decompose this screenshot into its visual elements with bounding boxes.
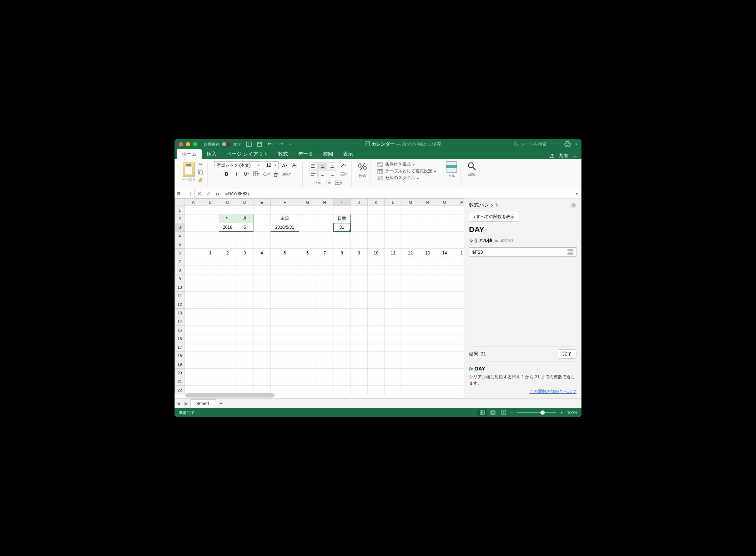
- page-break-view-icon[interactable]: [499, 409, 508, 416]
- cell-styles-button[interactable]: セルのスタイル▸: [377, 175, 419, 181]
- copy-icon[interactable]: [197, 169, 204, 175]
- seq-3[interactable]: 3: [236, 249, 253, 257]
- zoom-window-button[interactable]: [193, 142, 197, 146]
- row-20[interactable]: 20: [175, 369, 185, 377]
- orientation-icon[interactable]: ⤢▾: [339, 161, 348, 169]
- seq-12[interactable]: 12: [402, 249, 419, 257]
- show-all-functions-button[interactable]: ‹ すべての関数を表示: [469, 212, 519, 222]
- row-19[interactable]: 19: [175, 360, 185, 369]
- accept-formula-icon[interactable]: ✓: [204, 189, 213, 198]
- seq-2[interactable]: 2: [219, 249, 236, 257]
- col-C[interactable]: C: [219, 199, 236, 206]
- cell-year-value[interactable]: 2018: [219, 223, 236, 232]
- arg-input[interactable]: $F$3: [469, 247, 576, 257]
- row-4[interactable]: 4: [175, 232, 185, 240]
- col-B[interactable]: B: [202, 199, 219, 206]
- search-box[interactable]: シートを検索: [514, 141, 560, 147]
- undo-icon[interactable]: [267, 141, 273, 147]
- col-L[interactable]: L: [385, 199, 402, 206]
- align-tc-icon[interactable]: [318, 162, 327, 170]
- col-G[interactable]: G: [299, 199, 316, 206]
- cut-icon[interactable]: ✂: [197, 161, 204, 167]
- normal-view-icon[interactable]: [478, 409, 487, 416]
- col-P[interactable]: P: [453, 199, 464, 206]
- feedback-icon[interactable]: [564, 141, 571, 148]
- expand-formula-bar-icon[interactable]: ▼: [572, 189, 581, 198]
- phonetic-button[interactable]: abc▾: [282, 170, 291, 178]
- cell-days-label[interactable]: 日数: [333, 214, 351, 223]
- row-13[interactable]: 13: [175, 309, 185, 317]
- tab-page-layout[interactable]: ページ レイアウト: [222, 149, 273, 159]
- cell-lastday-label[interactable]: 末日: [271, 214, 299, 223]
- font-size-select[interactable]: 12▾: [264, 161, 279, 169]
- fx-icon[interactable]: fx: [213, 189, 222, 198]
- format-as-table-button[interactable]: テーブルとして書式設定▸: [377, 168, 436, 174]
- row-21[interactable]: 21: [175, 377, 185, 386]
- italic-button[interactable]: I: [232, 170, 241, 178]
- row-8[interactable]: 8: [175, 266, 185, 274]
- font-color-button[interactable]: A▾: [272, 170, 281, 178]
- col-M[interactable]: M: [402, 199, 419, 206]
- col-E[interactable]: E: [253, 199, 271, 206]
- row-10[interactable]: 10: [175, 283, 185, 292]
- cell-days-value[interactable]: 31: [333, 223, 351, 232]
- underline-button[interactable]: U▾: [242, 170, 251, 178]
- save-icon[interactable]: [257, 141, 262, 147]
- cell-lastday-value[interactable]: 2018/5/31: [271, 223, 299, 232]
- name-box[interactable]: I3▲▼: [175, 189, 195, 198]
- font-name-select[interactable]: 游ゴシック (本文)▾: [214, 161, 262, 169]
- indent-increase-icon[interactable]: [324, 179, 333, 187]
- formula-input[interactable]: =DAY($F$3): [222, 191, 572, 196]
- format-painter-icon[interactable]: [197, 177, 204, 183]
- tab-view[interactable]: 表示: [338, 149, 358, 159]
- borders-button[interactable]: ▾: [252, 170, 261, 178]
- row-1[interactable]: 1: [175, 206, 185, 214]
- wrap-text-icon[interactable]: ▾: [339, 170, 348, 178]
- seq-6[interactable]: 6: [299, 249, 316, 257]
- zoom-slider[interactable]: [517, 412, 556, 413]
- row-3[interactable]: 3: [175, 223, 185, 232]
- insert-cells-icon[interactable]: [447, 161, 457, 173]
- row-22[interactable]: 22: [175, 386, 185, 394]
- palette-close-icon[interactable]: ✕: [571, 202, 576, 208]
- tab-formulas[interactable]: 数式: [273, 149, 293, 159]
- align-mr-icon[interactable]: [328, 170, 336, 177]
- paste-button[interactable]: [183, 162, 195, 177]
- row-16[interactable]: 16: [175, 334, 185, 343]
- align-ml-icon[interactable]: [309, 170, 318, 177]
- col-H[interactable]: H: [316, 199, 333, 206]
- col-D[interactable]: D: [236, 199, 253, 206]
- share-icon[interactable]: [550, 153, 555, 158]
- decrease-font-icon[interactable]: A▾: [290, 161, 299, 169]
- align-tr-icon[interactable]: [328, 162, 336, 170]
- number-format-icon[interactable]: %: [358, 161, 367, 173]
- done-button[interactable]: 完了: [558, 349, 576, 359]
- seq-15[interactable]: 1: [453, 249, 464, 257]
- seq-1[interactable]: 1: [202, 249, 219, 257]
- row-9[interactable]: 9: [175, 274, 185, 283]
- next-sheet-icon[interactable]: ▶: [182, 401, 190, 406]
- cell-year-label[interactable]: 年: [219, 214, 236, 223]
- minimize-window-button[interactable]: [186, 142, 190, 146]
- redo-icon[interactable]: [278, 141, 284, 147]
- indent-decrease-icon[interactable]: [314, 179, 323, 187]
- zoom-in-icon[interactable]: +: [560, 410, 563, 415]
- horizontal-scrollbar[interactable]: [185, 393, 274, 398]
- sheet-tab-sheet1[interactable]: Sheet1: [190, 399, 216, 408]
- seq-13[interactable]: 13: [419, 249, 436, 257]
- page-layout-view-icon[interactable]: [488, 409, 498, 416]
- row-11[interactable]: 11: [175, 292, 185, 300]
- seq-14[interactable]: 14: [436, 249, 453, 257]
- row-15[interactable]: 15: [175, 326, 185, 334]
- tab-insert[interactable]: 挿入: [202, 149, 222, 159]
- share-button[interactable]: 共有: [559, 153, 568, 159]
- row-5[interactable]: 5: [175, 240, 185, 249]
- col-I[interactable]: I: [333, 199, 351, 206]
- seq-4[interactable]: 4: [253, 249, 271, 257]
- find-icon[interactable]: [467, 161, 477, 171]
- select-all-corner[interactable]: [175, 199, 185, 206]
- seq-7[interactable]: 7: [316, 249, 333, 257]
- row-14[interactable]: 14: [175, 317, 185, 326]
- seq-8[interactable]: 8: [333, 249, 351, 257]
- workbook-icon[interactable]: [246, 141, 252, 147]
